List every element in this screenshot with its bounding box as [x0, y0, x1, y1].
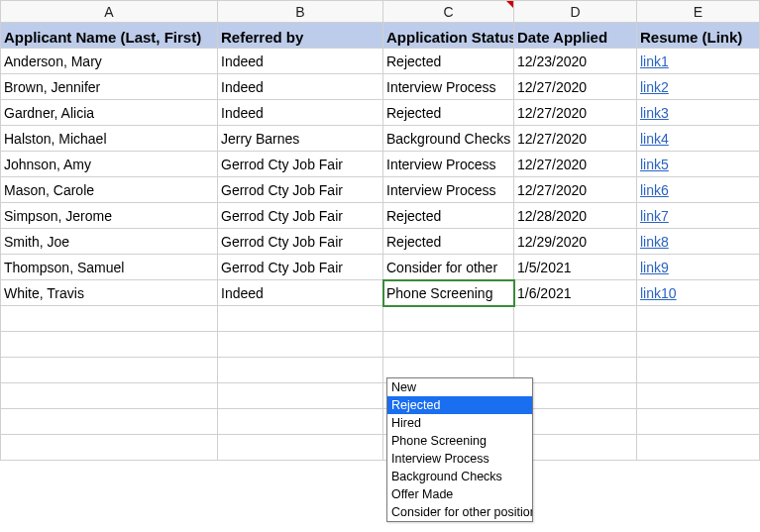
table-row: Johnson, Amy Gerrod Cty Job Fair Intervi… [1, 152, 760, 177]
cell-resume[interactable]: link10 [637, 280, 760, 306]
column-header-e[interactable]: E [637, 1, 760, 23]
dropdown-option[interactable]: Offer Made [387, 485, 532, 503]
cell-resume[interactable]: link5 [637, 152, 760, 177]
resume-link[interactable]: link3 [640, 105, 669, 121]
cell-referred[interactable]: Indeed [218, 280, 383, 306]
cell-name[interactable]: Simpson, Jerome [1, 203, 218, 229]
cell-status[interactable]: Background Checks [383, 126, 514, 152]
cell-name[interactable]: Mason, Carole [1, 177, 218, 203]
cell-status[interactable]: Interview Process [383, 177, 514, 203]
table-row: White, Travis Indeed Phone Screening 1/6… [1, 280, 760, 306]
table-row: Thompson, Samuel Gerrod Cty Job Fair Con… [1, 255, 760, 280]
resume-link[interactable]: link2 [640, 79, 669, 95]
cell-name[interactable]: Thompson, Samuel [1, 255, 218, 280]
cell-date[interactable]: 1/5/2021 [514, 255, 637, 280]
cell-status[interactable]: Interview Process [383, 74, 514, 100]
resume-link[interactable]: link5 [640, 157, 669, 172]
cell-resume[interactable]: link4 [637, 126, 760, 152]
resume-link[interactable]: link1 [640, 53, 669, 69]
cell-name[interactable]: Smith, Joe [1, 229, 218, 255]
resume-link[interactable]: link7 [640, 208, 669, 224]
cell-name[interactable]: Johnson, Amy [1, 152, 218, 177]
dropdown-option[interactable]: Consider for other positions [387, 503, 532, 521]
dropdown-option[interactable]: Interview Process [387, 450, 532, 468]
cell-name[interactable]: Gardner, Alicia [1, 100, 218, 126]
header-date[interactable]: Date Applied [514, 23, 637, 49]
cell-status[interactable]: Rejected [383, 100, 514, 126]
column-header-row: A B C D E [1, 1, 760, 23]
cell-referred[interactable]: Gerrod Cty Job Fair [218, 203, 383, 229]
dropdown-option[interactable]: Hired [387, 414, 532, 432]
empty-row [1, 435, 760, 461]
table-row: Mason, Carole Gerrod Cty Job Fair Interv… [1, 177, 760, 203]
resume-link[interactable]: link6 [640, 182, 669, 198]
cell-status[interactable]: Interview Process [383, 152, 514, 177]
cell-date[interactable]: 1/6/2021 [514, 280, 637, 306]
resume-link[interactable]: link9 [640, 260, 669, 275]
cell-referred[interactable]: Gerrod Cty Job Fair [218, 152, 383, 177]
cell-resume[interactable]: link8 [637, 229, 760, 255]
dropdown-option[interactable]: Phone Screening [387, 432, 532, 450]
dropdown-option[interactable]: Background Checks [387, 468, 532, 485]
cell-referred[interactable]: Indeed [218, 100, 383, 126]
cell-name[interactable]: Brown, Jennifer [1, 74, 218, 100]
cell-referred[interactable]: Indeed [218, 49, 383, 74]
resume-link[interactable]: link10 [640, 285, 677, 301]
header-status[interactable]: Application Status [383, 23, 514, 49]
cell-resume[interactable]: link1 [637, 49, 760, 74]
cell-referred[interactable]: Indeed [218, 74, 383, 100]
spreadsheet-grid[interactable]: A B C D E Applicant Name (Last, First) R… [0, 0, 760, 461]
cell-status-active[interactable]: Phone Screening [383, 280, 514, 306]
cell-referred[interactable]: Gerrod Cty Job Fair [218, 229, 383, 255]
cell-resume[interactable]: link9 [637, 255, 760, 280]
header-referred[interactable]: Referred by [218, 23, 383, 49]
empty-row [1, 306, 760, 332]
column-header-c[interactable]: C [383, 1, 514, 23]
cell-date[interactable]: 12/27/2020 [514, 126, 637, 152]
column-header-d[interactable]: D [514, 1, 637, 23]
cell-date[interactable]: 12/27/2020 [514, 177, 637, 203]
header-resume[interactable]: Resume (Link) [637, 23, 760, 49]
cell-resume[interactable]: link3 [637, 100, 760, 126]
cell-status[interactable]: Rejected [383, 49, 514, 74]
resume-link[interactable]: link8 [640, 234, 669, 250]
cell-referred[interactable]: Gerrod Cty Job Fair [218, 177, 383, 203]
cell-date[interactable]: 12/28/2020 [514, 203, 637, 229]
cell-resume[interactable]: link2 [637, 74, 760, 100]
dropdown-option[interactable]: New [387, 378, 532, 396]
resume-link[interactable]: link4 [640, 131, 669, 147]
empty-row [1, 332, 760, 358]
cell-date[interactable]: 12/27/2020 [514, 74, 637, 100]
comment-marker-icon [506, 1, 513, 8]
table-row: Brown, Jennifer Indeed Interview Process… [1, 74, 760, 100]
header-row: Applicant Name (Last, First) Referred by… [1, 23, 760, 49]
cell-name[interactable]: Halston, Michael [1, 126, 218, 152]
table-row: Anderson, Mary Indeed Rejected 12/23/202… [1, 49, 760, 74]
cell-referred[interactable]: Gerrod Cty Job Fair [218, 255, 383, 280]
column-header-a[interactable]: A [1, 1, 218, 23]
cell-status[interactable]: Rejected [383, 229, 514, 255]
table-row: Halston, Michael Jerry Barnes Background… [1, 126, 760, 152]
cell-date[interactable]: 12/23/2020 [514, 49, 637, 74]
validation-dropdown[interactable]: New Rejected Hired Phone Screening Inter… [386, 377, 533, 522]
table-row: Smith, Joe Gerrod Cty Job Fair Rejected … [1, 229, 760, 255]
cell-date[interactable]: 12/27/2020 [514, 100, 637, 126]
column-header-b[interactable]: B [218, 1, 383, 23]
cell-name[interactable]: White, Travis [1, 280, 218, 306]
empty-row [1, 409, 760, 435]
cell-referred[interactable]: Jerry Barnes [218, 126, 383, 152]
cell-resume[interactable]: link7 [637, 203, 760, 229]
empty-row [1, 383, 760, 409]
table-row: Gardner, Alicia Indeed Rejected 12/27/20… [1, 100, 760, 126]
empty-row [1, 358, 760, 383]
cell-resume[interactable]: link6 [637, 177, 760, 203]
cell-status[interactable]: Rejected [383, 203, 514, 229]
cell-name[interactable]: Anderson, Mary [1, 49, 218, 74]
cell-date[interactable]: 12/27/2020 [514, 152, 637, 177]
header-name[interactable]: Applicant Name (Last, First) [1, 23, 218, 49]
cell-status-value: Phone Screening [386, 285, 492, 301]
dropdown-option-selected[interactable]: Rejected [387, 396, 532, 414]
cell-date[interactable]: 12/29/2020 [514, 229, 637, 255]
table-row: Simpson, Jerome Gerrod Cty Job Fair Reje… [1, 203, 760, 229]
cell-status[interactable]: Consider for other [383, 255, 514, 280]
